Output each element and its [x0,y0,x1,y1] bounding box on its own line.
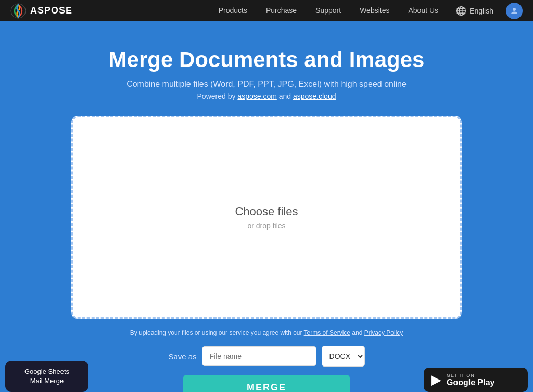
logo-text: ASPOSE [30,5,72,16]
powered-by-prefix: Powered by [197,92,238,100]
svg-point-6 [513,8,516,11]
google-play-big: Google Play [447,378,494,387]
file-name-input[interactable] [202,346,316,366]
terms-text: By uploading your files or using our ser… [10,329,523,336]
navbar: ASPOSE Products Purchase Support Website… [0,0,533,21]
aspose-com-link[interactable]: aspose.com [237,92,276,100]
google-play-badge[interactable]: ▶ GET IT ON Google Play [424,368,528,392]
language-selector[interactable]: English [448,6,502,16]
play-text: GET IT ON Google Play [447,373,494,387]
powered-by: Powered by aspose.com and aspose.cloud [10,92,523,100]
choose-files-text: Choose files [235,205,298,218]
drop-hint: or drop files [247,221,285,230]
nav-about-us[interactable]: About Us [399,0,448,21]
user-avatar[interactable] [506,3,523,19]
google-sheets-line1: Google Sheets [15,367,79,376]
merge-button[interactable]: MERGE [183,375,350,392]
nav-support[interactable]: Support [306,0,350,21]
google-sheets-line2: Mail Merge [15,376,79,386]
nav-websites[interactable]: Websites [350,0,399,21]
nav-links: Products Purchase Support Websites About… [209,0,448,21]
nav-products[interactable]: Products [209,0,257,21]
page-subtitle: Combine multiple files (Word, PDF, PPT, … [10,80,523,89]
dropzone[interactable]: Choose files or drop files [71,116,462,319]
aspose-cloud-link[interactable]: aspose.cloud [293,92,336,100]
powered-by-and: and [277,92,293,100]
privacy-policy-link[interactable]: Privacy Policy [364,329,403,336]
google-sheets-badge[interactable]: Google Sheets Mail Merge [5,361,88,392]
google-play-icon: ▶ [431,372,441,388]
page-title: Merge Documents and Images [10,47,523,72]
user-icon [510,6,519,16]
logo-icon [10,3,26,19]
save-label: Save as [168,352,196,361]
language-label: English [469,7,493,15]
main-content: Merge Documents and Images Combine multi… [0,21,533,392]
format-select[interactable]: DOCX PDF PPT JPG PNG [322,346,365,367]
nav-purchase[interactable]: Purchase [257,0,306,21]
terms-and: and [350,329,364,336]
google-play-small: GET IT ON [447,373,494,378]
logo-link[interactable]: ASPOSE [10,3,72,19]
terms-of-service-link[interactable]: Terms of Service [304,329,350,336]
terms-prefix: By uploading your files or using our ser… [130,329,304,336]
globe-icon [456,6,466,16]
